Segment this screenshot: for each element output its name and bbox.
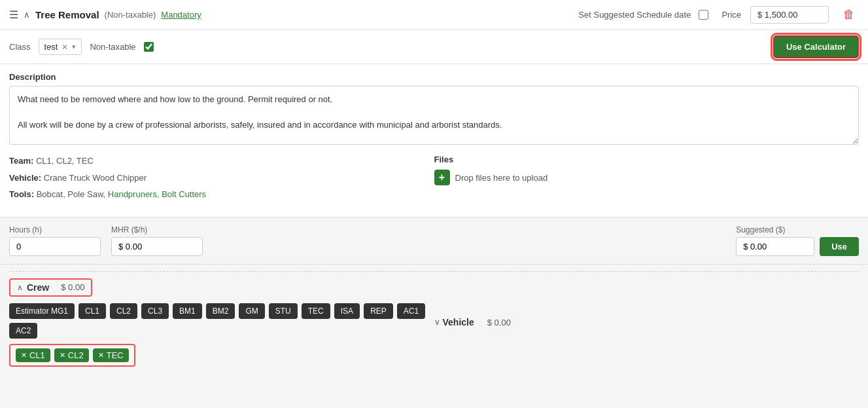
crew-buttons-row: Estimator MG1 CL1 CL2 CL3 BM1 BM2 GM STU… [9,303,434,339]
calc-row: Hours (h) MHR ($/h) Suggested ($) Use [9,225,859,256]
vehicle-label: Vehicle: [9,173,41,183]
non-taxable-checkbox[interactable] [144,42,154,52]
expand-icon[interactable]: ∧ [24,10,30,20]
mandatory-link[interactable]: Mandatory [161,10,201,20]
team-line: Team: CL1, CL2, TEC [9,155,434,168]
crew-vehicle-section: ∧ Crew $ 0.00 Estimator MG1 CL1 CL2 CL3 … [0,264,868,373]
vehicle-chevron-icon: ∨ [434,318,440,327]
main-content: Description What need to be removed wher… [0,64,868,217]
suggested-label: Suggested ($) [736,225,859,234]
description-label: Description [9,72,859,82]
crew-btn-bm2[interactable]: BM2 [206,303,235,319]
non-taxable-checkbox-label: Non-taxable [90,42,135,52]
hours-field: Hours (h) [9,225,101,256]
price-input[interactable] [750,6,829,24]
use-button[interactable]: Use [820,237,859,256]
remove-cl2-icon[interactable]: ✕ [60,351,65,360]
selected-cl1-label: CL1 [29,350,45,360]
suggested-field: Suggested ($) Use [736,225,859,256]
selected-tec-label: TEC [107,350,124,360]
class-clear-icon[interactable]: ✕ [61,43,68,52]
team-value: CL1, CL2, TEC [36,156,94,166]
suggested-wrap: Use [736,237,859,256]
tools-handpruners-link[interactable]: Handpruners [108,189,157,199]
mhr-label: MHR ($/h) [111,225,203,234]
crew-btn-tec[interactable]: TEC [302,303,330,319]
upload-plus-icon[interactable]: + [434,170,450,185]
tools-line: Tools: Bobcat, Pole Saw, Handpruners, Bo… [9,188,434,201]
crew-btn-rep[interactable]: REP [364,303,393,319]
drop-zone[interactable]: + Drop files here to upload [434,170,859,185]
drop-label: Drop files here to upload [455,173,548,183]
mhr-input[interactable] [111,237,203,256]
crew-col: ∧ Crew $ 0.00 Estimator MG1 CL1 CL2 CL3 … [9,278,434,367]
crew-btn-cl3[interactable]: CL3 [141,303,169,319]
hours-label: Hours (h) [9,225,101,234]
class-select[interactable]: test ✕ ▾ [39,39,82,55]
vehicle-section-title: Vehicle [443,317,474,327]
selected-tec[interactable]: ✕ TEC [93,348,129,362]
crew-btn-isa[interactable]: ISA [334,303,360,319]
mhr-field: MHR ($/h) [111,225,203,256]
non-taxable-label: (Non-taxable) [105,10,156,20]
crew-btn-gm[interactable]: GM [239,303,264,319]
suggested-input[interactable] [736,237,814,256]
team-label: Team: [9,156,33,166]
remove-cl1-icon[interactable]: ✕ [21,351,27,360]
info-row: Team: CL1, CL2, TEC Vehicle: Crane Truck… [9,155,859,205]
vehicle-amount: $ 0.00 [487,318,511,327]
info-right: Files + Drop files here to upload [434,155,859,185]
calculator-section: Hours (h) MHR ($/h) Suggested ($) Use [0,217,868,264]
class-label: Class [9,42,31,52]
crew-btn-ac1[interactable]: AC1 [397,303,425,319]
crew-header-box: ∧ Crew $ 0.00 [9,278,92,297]
class-chevron-icon[interactable]: ▾ [72,43,76,51]
class-row: Class test ✕ ▾ Non-taxable Use Calculato… [0,30,868,64]
crew-btn-ac2[interactable]: AC2 [9,323,37,339]
info-left: Team: CL1, CL2, TEC Vehicle: Crane Truck… [9,155,434,205]
menu-icon[interactable]: ☰ [9,9,18,21]
selected-crew-row: ✕ CL1 ✕ CL2 ✕ TEC [9,344,135,367]
class-value: test [44,42,58,52]
crew-btn-cl1[interactable]: CL1 [78,303,106,319]
files-label: Files [434,155,859,164]
crew-btn-bm1[interactable]: BM1 [173,303,202,319]
vehicle-value: Crane Truck Wood Chipper [44,173,147,183]
use-calculator-button[interactable]: Use Calculator [773,35,859,58]
price-label: Price [721,10,741,20]
hours-input[interactable] [9,237,101,256]
selected-cl1[interactable]: ✕ CL1 [16,348,50,362]
remove-tec-icon[interactable]: ✕ [98,351,104,360]
crew-btn-cl2[interactable]: CL2 [110,303,137,319]
page-title: Tree Removal [35,9,99,20]
tools-bobcat: Bobcat, Pole Saw, [37,189,108,199]
schedule-checkbox[interactable] [699,10,708,20]
crew-chevron-icon: ∧ [17,283,23,292]
schedule-label: Set Suggested Schedule date [578,10,691,20]
selected-cl2[interactable]: ✕ CL2 [54,348,89,362]
crew-amount: $ 0.00 [61,282,84,292]
tools-boltcutters-link[interactable]: Bolt Cutters [162,189,206,199]
crew-btn-stu[interactable]: STU [269,303,298,319]
top-bar: ☰ ∧ Tree Removal (Non-taxable) Mandatory… [0,0,868,30]
description-section: Description What need to be removed wher… [9,72,859,147]
tools-label: Tools: [9,189,34,199]
vehicle-line: Vehicle: Crane Truck Wood Chipper [9,172,434,185]
cv-row: ∧ Crew $ 0.00 Estimator MG1 CL1 CL2 CL3 … [9,278,859,367]
description-textarea[interactable]: What need to be removed where and how lo… [9,86,859,145]
crew-btn-estimator[interactable]: Estimator MG1 [9,303,75,319]
selected-cl2-label: CL2 [68,350,84,360]
delete-button[interactable]: 🗑 [839,7,859,23]
crew-title: Crew [27,282,49,293]
vehicle-col: ∨ Vehicle $ 0.00 [434,317,859,327]
vehicle-header-row: ∨ Vehicle $ 0.00 [434,317,859,327]
